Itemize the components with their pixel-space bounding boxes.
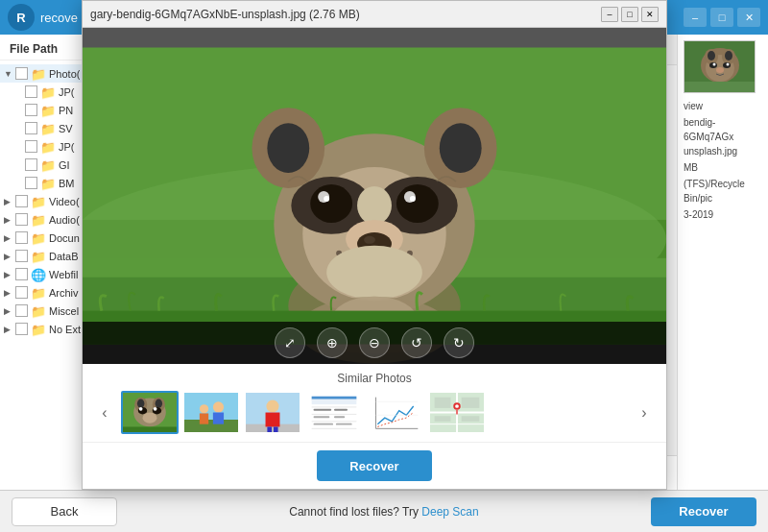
svg-rect-60 bbox=[200, 413, 208, 423]
jp2-checkbox[interactable] bbox=[25, 140, 37, 153]
preview-modal: gary-bendig-6GMq7AGxNbE-unsplash.jpg (2.… bbox=[82, 0, 667, 490]
expand-arrow-icon: ▶ bbox=[4, 233, 15, 243]
svg-point-32 bbox=[324, 196, 329, 202]
thumb-map-image bbox=[430, 393, 484, 433]
similar-photos-section: Similar Photos ‹ bbox=[83, 364, 666, 442]
svg-point-97 bbox=[455, 404, 459, 408]
folder-icon: 📁 bbox=[31, 67, 46, 80]
jpg-checkbox[interactable] bbox=[25, 85, 37, 98]
documents-checkbox[interactable] bbox=[15, 231, 28, 244]
bmp-checkbox[interactable] bbox=[25, 177, 37, 189]
thumb-chart1-image bbox=[307, 393, 361, 433]
svg-point-21 bbox=[267, 123, 309, 173]
image-preview-area: ⤢ ⊕ ⊖ ↺ ↻ bbox=[83, 28, 666, 364]
similar-photos-label: Similar Photos bbox=[94, 372, 655, 385]
thumbnails-row bbox=[121, 391, 628, 434]
svg-rect-68 bbox=[274, 426, 278, 433]
svg-point-36 bbox=[364, 236, 375, 244]
folder-icon: 📁 bbox=[40, 122, 56, 134]
gif-checkbox[interactable] bbox=[25, 158, 37, 171]
expand-arrow-icon: ▶ bbox=[4, 270, 15, 279]
audio-checkbox[interactable] bbox=[15, 213, 28, 226]
fit-to-screen-button[interactable]: ⤢ bbox=[275, 327, 305, 358]
thumbnail-image bbox=[684, 41, 756, 93]
logo-text: R bbox=[16, 11, 25, 25]
thumbnail-item-5[interactable] bbox=[367, 391, 424, 434]
thumbnail-item-2[interactable] bbox=[182, 391, 240, 434]
modal-body: ⤢ ⊕ ⊖ ↺ ↻ Simi bbox=[83, 28, 666, 489]
svg-point-54 bbox=[154, 407, 157, 411]
expand-arrow-icon: ▶ bbox=[4, 197, 15, 206]
database-label: DataB bbox=[49, 251, 79, 262]
expand-arrow-icon: ▶ bbox=[4, 325, 15, 334]
window-controls: – □ ✕ bbox=[684, 8, 760, 27]
svg-rect-12 bbox=[684, 82, 756, 93]
expand-arrow-icon: ▶ bbox=[4, 288, 15, 298]
svg-point-61 bbox=[213, 401, 224, 412]
folder-icon: 📁 bbox=[31, 304, 46, 317]
folder-icon: 📁 bbox=[40, 85, 56, 98]
deep-scan-link[interactable]: Deep Scan bbox=[421, 505, 478, 519]
svg-point-6 bbox=[725, 51, 732, 60]
modal-close-button[interactable]: ✕ bbox=[641, 7, 659, 22]
folder-icon: 📁 bbox=[31, 250, 46, 262]
png-checkbox[interactable] bbox=[25, 104, 37, 116]
folder-icon: 📁 bbox=[40, 177, 56, 189]
svg-point-55 bbox=[143, 413, 157, 423]
fit-icon: ⤢ bbox=[284, 335, 296, 351]
thumbnail-item-3[interactable] bbox=[244, 391, 301, 434]
right-panel-filename: bendig-6GMq7AGx unsplash.jpg bbox=[684, 115, 762, 158]
app-close-button[interactable]: ✕ bbox=[737, 8, 760, 27]
svg-rect-58 bbox=[184, 420, 238, 433]
svg-point-5 bbox=[708, 51, 715, 60]
svg-rect-95 bbox=[462, 416, 480, 422]
expand-arrow-icon: ▶ bbox=[4, 306, 15, 316]
svg-rect-83 bbox=[369, 393, 422, 433]
svg-rect-81 bbox=[314, 423, 334, 425]
recover-button-main[interactable]: Recover bbox=[651, 497, 756, 526]
bottom-bar: Back Cannot find lost files? Try Deep Sc… bbox=[0, 490, 768, 532]
app-minimize-button[interactable]: – bbox=[684, 8, 707, 27]
jp2-label: JP( bbox=[59, 141, 75, 153]
right-panel-date: 3-2019 bbox=[684, 207, 762, 222]
left-arrow-icon: ‹ bbox=[102, 404, 107, 422]
modal-title: gary-bendig-6GMq7AGxNbE-unsplash.jpg (2.… bbox=[90, 8, 601, 21]
webfiles-checkbox[interactable] bbox=[15, 268, 28, 280]
svg-point-11 bbox=[716, 67, 724, 73]
thumbnail-item-6[interactable] bbox=[428, 391, 486, 434]
thumbnail-item-4[interactable] bbox=[305, 391, 363, 434]
modal-recover-row: Recover bbox=[83, 442, 666, 489]
documents-label: Docun bbox=[49, 232, 80, 244]
noext-label: No Ext bbox=[49, 324, 81, 335]
modal-titlebar: gary-bendig-6GMq7AGxNbE-unsplash.jpg (2.… bbox=[83, 1, 666, 28]
database-checkbox[interactable] bbox=[15, 250, 28, 262]
right-panel-thumbnail bbox=[684, 40, 756, 93]
modal-minimize-button[interactable]: – bbox=[601, 7, 618, 22]
rotate-right-button[interactable]: ↻ bbox=[444, 327, 474, 358]
next-photo-button[interactable]: › bbox=[634, 402, 655, 423]
right-arrow-icon: › bbox=[641, 404, 646, 422]
zoom-out-button[interactable]: ⊖ bbox=[359, 327, 390, 358]
audio-label: Audio( bbox=[49, 214, 80, 226]
misc-checkbox[interactable] bbox=[15, 304, 28, 317]
modal-recover-button[interactable]: Recover bbox=[317, 450, 432, 481]
prev-photo-button[interactable]: ‹ bbox=[94, 402, 115, 423]
video-checkbox[interactable] bbox=[15, 195, 28, 207]
png-label: PN bbox=[59, 105, 73, 116]
svg-rect-66 bbox=[266, 413, 280, 427]
svg-point-53 bbox=[139, 407, 143, 411]
zoom-in-button[interactable]: ⊕ bbox=[317, 327, 348, 358]
modal-maximize-button[interactable]: □ bbox=[621, 7, 638, 22]
archive-checkbox[interactable] bbox=[15, 286, 28, 299]
back-button[interactable]: Back bbox=[12, 497, 117, 526]
noext-checkbox[interactable] bbox=[15, 323, 28, 335]
svg-point-27 bbox=[357, 186, 392, 225]
rotate-left-button[interactable]: ↺ bbox=[401, 327, 432, 358]
misc-label: Miscel bbox=[49, 305, 79, 317]
thumb-raccoon-image bbox=[123, 393, 177, 433]
app-logo: R bbox=[8, 4, 35, 31]
photos-checkbox[interactable] bbox=[15, 67, 28, 80]
svg-checkbox[interactable] bbox=[25, 122, 37, 134]
app-maximize-button[interactable]: □ bbox=[710, 8, 733, 27]
thumbnail-item-1[interactable] bbox=[121, 391, 179, 434]
